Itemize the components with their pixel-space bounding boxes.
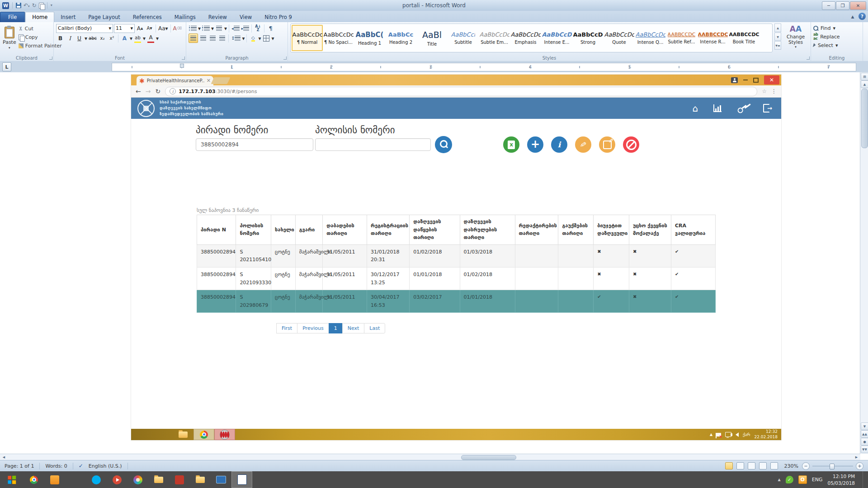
style-item[interactable]: AABBCCDC Intense R... bbox=[697, 25, 728, 51]
browser-menu-icon[interactable]: ⋮ bbox=[771, 88, 777, 94]
spellcheck-icon[interactable]: ✓ bbox=[79, 463, 83, 469]
style-item[interactable]: AaBbCcDc Emphasis bbox=[510, 25, 541, 51]
tab-selector[interactable]: L bbox=[2, 62, 11, 71]
column-header[interactable]: პოლისის ნომერი bbox=[236, 215, 271, 245]
redo-icon[interactable]: ↻ bbox=[32, 3, 37, 8]
column-header[interactable]: CRA ვალიდურია bbox=[671, 215, 716, 245]
browser-tab[interactable]: ✱ PrivateHealthInsuranceP... ✕ bbox=[137, 76, 213, 85]
change-case-button[interactable]: Aa▾ bbox=[158, 24, 169, 33]
style-item[interactable]: AaBbC( Heading 1 bbox=[354, 25, 385, 51]
taskbar-app-media[interactable]: ​ bbox=[107, 471, 127, 488]
grow-font-button[interactable]: A▲ bbox=[136, 24, 144, 33]
align-right-button[interactable] bbox=[208, 34, 217, 42]
browser-maximize-icon[interactable] bbox=[753, 78, 759, 83]
ribbon-tab[interactable]: Insert bbox=[54, 12, 82, 22]
borders-button[interactable] bbox=[262, 34, 270, 42]
align-left-button[interactable] bbox=[189, 33, 198, 43]
change-styles-button[interactable]: AA Change Styles▾ bbox=[783, 23, 808, 50]
taskbar-app-outlook[interactable]: ​ bbox=[44, 471, 65, 488]
table-row[interactable]: 38850002894S 2021105410ცოტნემაჭარაშვილი3… bbox=[197, 244, 716, 267]
cancel-button[interactable] bbox=[623, 136, 639, 153]
add-button[interactable]: + bbox=[527, 136, 543, 153]
start-button[interactable] bbox=[0, 471, 24, 488]
ruler-toggle-icon[interactable]: ▤ bbox=[861, 73, 868, 80]
language-status[interactable]: English (U.S.) bbox=[89, 463, 122, 469]
pagination-button[interactable]: Previous bbox=[297, 323, 329, 333]
replace-button[interactable]: abacReplace bbox=[813, 33, 860, 41]
undo-icon[interactable]: ↶▾ bbox=[24, 3, 30, 8]
profile-icon[interactable] bbox=[731, 77, 738, 83]
previous-page-icon[interactable]: ▲▲ bbox=[861, 430, 868, 438]
column-header[interactable]: გვარი bbox=[295, 215, 322, 245]
close-button[interactable]: ✕ bbox=[850, 1, 866, 10]
scroll-down-icon[interactable]: ▼ bbox=[861, 422, 868, 430]
taskbar-app-chrome[interactable]: ​ bbox=[24, 471, 44, 488]
zoom-out-icon[interactable]: − bbox=[802, 462, 810, 470]
ribbon-tab[interactable]: Page Layout bbox=[82, 12, 127, 22]
ribbon-tab[interactable]: View bbox=[233, 12, 258, 22]
select-browse-object-icon[interactable]: ● bbox=[861, 438, 868, 446]
decrease-indent-button[interactable]: ◂ bbox=[231, 24, 240, 33]
chart-icon[interactable] bbox=[713, 104, 722, 112]
tray-chevron-icon[interactable]: ▲ bbox=[778, 478, 781, 482]
horizontal-scrollbar[interactable]: ◀ ▶ bbox=[0, 454, 860, 460]
taskbar-app-ie[interactable]: ​ bbox=[65, 471, 86, 488]
shrink-font-button[interactable]: A▼ bbox=[145, 24, 154, 33]
page-indicator[interactable]: Page: 1 of 1 bbox=[5, 463, 34, 469]
taskbar-app-paint[interactable]: ​ bbox=[127, 471, 148, 488]
column-header[interactable]: რედაქტირების თარიღი bbox=[515, 215, 558, 245]
column-header[interactable]: დაბადების თარიღი bbox=[323, 215, 367, 245]
style-item[interactable]: AaBbCcDc Quote bbox=[604, 25, 635, 51]
horizontal-ruler[interactable]: 1234567 bbox=[112, 63, 856, 71]
column-header[interactable]: სახელი bbox=[271, 215, 296, 245]
highlight-color-button[interactable]: ab bbox=[133, 33, 142, 43]
tab-close-icon[interactable]: ✕ bbox=[207, 78, 211, 84]
search-button[interactable] bbox=[435, 136, 452, 153]
print-layout-view-icon[interactable] bbox=[725, 462, 733, 469]
info-button[interactable]: i bbox=[551, 136, 567, 153]
vertical-scrollbar[interactable]: ▤ ▲ ▼ ▲▲ ● ▼▼ bbox=[860, 72, 868, 454]
qat-customize-icon[interactable]: ▾ bbox=[51, 4, 52, 7]
browser-minimize-icon[interactable] bbox=[743, 80, 748, 80]
edit-button[interactable]: ✎ bbox=[575, 136, 591, 153]
shading-button[interactable]: ◇ bbox=[249, 34, 257, 42]
column-header[interactable]: გაუქმების თარიღი bbox=[558, 215, 594, 245]
underline-button[interactable]: U bbox=[75, 34, 84, 42]
style-item[interactable]: AaBbCcDc ¶ No Spaci... bbox=[323, 25, 354, 51]
language-indicator[interactable]: ENG bbox=[812, 477, 823, 483]
zoom-level[interactable]: 230% bbox=[784, 463, 798, 469]
styles-gallery-scroll[interactable]: ▲▼▼▬ bbox=[774, 23, 781, 50]
shot-taskbar-app-ie[interactable] bbox=[152, 429, 173, 440]
key-icon[interactable] bbox=[736, 103, 749, 114]
browser-close-icon[interactable]: ✕ bbox=[764, 75, 779, 84]
style-item[interactable]: AaBbCcDc Intense E... bbox=[541, 25, 572, 51]
help-icon[interactable]: ? bbox=[859, 13, 866, 20]
numbering-button[interactable] bbox=[202, 24, 210, 33]
outline-view-icon[interactable] bbox=[759, 462, 767, 469]
volume-icon[interactable] bbox=[736, 432, 739, 437]
align-center-button[interactable] bbox=[199, 34, 208, 42]
shot-taskbar-app-explorer[interactable] bbox=[173, 429, 193, 440]
zoom-in-icon[interactable]: + bbox=[856, 462, 863, 470]
sort-button[interactable]: A↓Z bbox=[254, 24, 262, 33]
style-item[interactable]: AaBbCcl Subtitle bbox=[448, 25, 479, 51]
taskbar-app-app-s[interactable]: ​ bbox=[169, 471, 190, 488]
style-item[interactable]: AaBbCc Heading 2 bbox=[385, 25, 416, 51]
page-info-icon[interactable]: i bbox=[170, 88, 176, 94]
taskbar-app-word[interactable]: ​ bbox=[231, 471, 252, 488]
pagination-button[interactable]: First bbox=[276, 323, 297, 333]
minimize-button[interactable]: ─ bbox=[822, 1, 835, 10]
zoom-slider-thumb[interactable] bbox=[830, 464, 835, 469]
home-icon[interactable]: ⌂ bbox=[692, 104, 698, 113]
export-excel-button[interactable]: x bbox=[503, 136, 519, 153]
taskbar-app-skype[interactable]: ​ bbox=[86, 471, 107, 488]
taskbar-app-folder[interactable]: ​ bbox=[148, 471, 169, 488]
draft-view-icon[interactable] bbox=[770, 462, 778, 469]
new-tab-button[interactable] bbox=[211, 77, 231, 84]
column-header[interactable]: უცხო ქვეყნის მოქალაქე bbox=[629, 215, 671, 245]
maximize-button[interactable]: ❐ bbox=[836, 1, 849, 10]
ribbon-tab[interactable]: Mailings bbox=[168, 12, 202, 22]
scroll-right-icon[interactable]: ▶ bbox=[854, 455, 859, 460]
table-row[interactable]: 38850002894S 202980679ცოტნემაჭარაშვილი31… bbox=[197, 290, 716, 313]
style-item[interactable]: AABBCCDC Book Title bbox=[728, 25, 760, 51]
